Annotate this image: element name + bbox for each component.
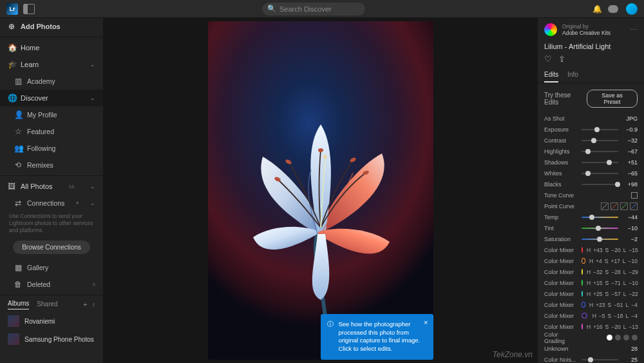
following-icon: 👥 — [14, 144, 22, 153]
svg-point-2 — [318, 148, 323, 152]
edit-row-shadows[interactable]: Shadows +51 — [538, 157, 644, 168]
slider-track[interactable] — [582, 239, 618, 240]
color-mixer-row[interactable]: Color Mixer H+43S−20L−15 — [538, 244, 644, 255]
slider-track[interactable] — [582, 129, 618, 130]
slider-knob[interactable] — [585, 171, 591, 176]
topbar-left: Lr — [6, 3, 35, 15]
bell-icon[interactable]: 🔔 — [592, 5, 600, 14]
color-mixer-row[interactable]: Color Mixer H+25S−57L−22 — [538, 288, 644, 299]
slider-knob[interactable] — [589, 215, 594, 220]
grading-dot[interactable] — [623, 335, 629, 340]
sidebar-item-academy[interactable]: ▥ Academy — [0, 73, 103, 90]
sidebar-item-learn[interactable]: 🎓 Learn ⌄ — [0, 56, 103, 73]
sidebar-item-discover[interactable]: 🌐 Discover ⌄ — [0, 90, 103, 106]
cloud-sync-icon[interactable] — [608, 5, 618, 13]
album-item[interactable]: Samsung Phone Photos — [0, 330, 103, 348]
color-mixer-row[interactable]: Color Mixer H+4S+17L−10 — [538, 255, 644, 266]
slider-knob[interactable] — [591, 138, 596, 143]
sidebar-item-my-profile[interactable]: 👤 My Profile — [0, 106, 103, 123]
tab-albums[interactable]: Albums — [8, 300, 29, 309]
slider-track[interactable] — [582, 162, 618, 163]
slider-knob[interactable] — [615, 182, 620, 187]
slider-track[interactable] — [582, 140, 618, 141]
mixer-values: H+4S+17L−10 — [589, 258, 638, 264]
view-toggle-button[interactable] — [23, 4, 35, 14]
edit-row-highlights[interactable]: Highlights −67 — [538, 146, 644, 157]
grading-dot[interactable] — [632, 335, 638, 340]
grading-dot[interactable] — [607, 335, 612, 340]
slider-knob[interactable] — [594, 127, 600, 132]
slider-knob[interactable] — [596, 226, 601, 231]
author-name[interactable]: Adobe Creative Kits — [562, 30, 611, 36]
color-mixer-row[interactable]: Color Mixer H+15S−71L−10 — [538, 277, 644, 288]
edit-row-color-noise[interactable]: Color Nois... 25 — [538, 354, 644, 363]
edit-row-temp[interactable]: Temp −44 — [538, 211, 644, 222]
slider-track[interactable] — [582, 359, 618, 360]
slider-track[interactable] — [582, 217, 618, 218]
edit-row-contrast[interactable]: Contrast −32 — [538, 135, 644, 146]
edit-row-as-shot[interactable]: As Shot JPG — [538, 113, 644, 124]
tab-edits[interactable]: Edits — [544, 69, 558, 83]
color-mixer-row[interactable]: Color Mixer H−5S−18L−4 — [538, 310, 644, 321]
color-dot — [582, 269, 583, 275]
more-icon[interactable]: ⋯ — [630, 26, 638, 34]
curve-red-icon[interactable] — [611, 202, 618, 210]
sidebar-item-gallery[interactable]: ▦ Gallery — [0, 259, 103, 276]
divider — [0, 37, 103, 37]
slider-knob[interactable] — [597, 237, 602, 242]
tab-shared[interactable]: Shared — [37, 300, 57, 309]
trash-icon: 🗑 — [14, 280, 22, 289]
slider-knob[interactable] — [585, 149, 591, 154]
add-photos-button[interactable]: ⊕ Add Photos — [0, 18, 103, 35]
author-avatar[interactable] — [544, 23, 557, 36]
tab-info[interactable]: Info — [567, 69, 578, 83]
slider-knob[interactable] — [588, 357, 593, 362]
heart-icon[interactable]: ♡ — [544, 54, 552, 64]
save-preset-button[interactable]: Save as Preset — [587, 90, 638, 108]
grading-dots — [607, 335, 638, 340]
connections-icon: ⇄ — [14, 199, 22, 208]
sidebar-item-featured[interactable]: ☆ Featured — [0, 123, 103, 140]
edit-row-point-curve[interactable]: Point Curve — [538, 201, 644, 211]
sidebar-item-deleted[interactable]: 🗑 Deleted 5 — [0, 276, 103, 293]
edit-row-color-grading[interactable]: Color Grading — [538, 332, 644, 343]
share-icon[interactable]: ⇪ — [558, 54, 565, 64]
sidebar-item-remixes[interactable]: ⟲ Remixes — [0, 157, 103, 173]
edit-row-saturation[interactable]: Saturation −2 — [538, 233, 644, 244]
edit-row-tint[interactable]: Tint −10 — [538, 222, 644, 233]
app-logo[interactable]: Lr — [6, 3, 18, 15]
color-mixer-row[interactable]: Color Mixer H+23S−51L−4 — [538, 299, 644, 310]
user-avatar[interactable] — [626, 3, 638, 15]
curve-green-icon[interactable] — [620, 202, 628, 210]
album-item[interactable]: Rovaniemi — [0, 312, 103, 330]
curve-blue-icon[interactable] — [630, 202, 638, 210]
sidebar-item-home[interactable]: 🏠 Home — [0, 39, 103, 56]
edit-row-whites[interactable]: Whites −65 — [538, 168, 644, 179]
search-input[interactable]: 🔍 Search Discover — [262, 3, 365, 15]
grading-dot[interactable] — [615, 335, 621, 340]
photo-viewer[interactable]: ⓘ See how the photographer processed thi… — [103, 18, 538, 363]
add-album-button[interactable]: + — [83, 301, 87, 308]
slider-label: Contrast — [544, 137, 578, 144]
edit-row-tone-curve[interactable]: Tone Curve — [538, 190, 644, 201]
slider-track[interactable] — [582, 228, 618, 229]
sidebar-item-following[interactable]: 👥 Following — [0, 140, 103, 157]
slider-track[interactable] — [582, 184, 618, 185]
edit-row-unknown[interactable]: Unknown 28 — [538, 343, 644, 354]
sidebar-item-all-photos[interactable]: 🖼 All Photos 18 ⌄ — [0, 178, 103, 195]
color-mixer-row[interactable]: Color Mixer H−32S−28L−29 — [538, 266, 644, 277]
mixer-values: H−32S−28L−29 — [587, 269, 638, 275]
edit-row-blacks[interactable]: Blacks +98 — [538, 179, 644, 190]
slider-track[interactable] — [582, 151, 618, 152]
plus-icon[interactable]: + — [76, 200, 79, 206]
sort-button[interactable]: ↕ — [92, 301, 95, 308]
browse-connections-button[interactable]: Browse Connections — [13, 240, 90, 254]
sidebar-item-connections[interactable]: ⇄ Connections + ⌄ — [0, 195, 103, 211]
mixer-label: Color Mixer — [544, 269, 578, 275]
close-icon[interactable]: × — [424, 318, 428, 328]
color-mixer-row[interactable]: Color Mixer H+16S−20L−13 — [538, 321, 644, 332]
slider-knob[interactable] — [607, 160, 612, 165]
edit-row-exposure[interactable]: Exposure −0.9 — [538, 124, 644, 135]
curve-rgb-icon[interactable] — [601, 202, 609, 210]
slider-track[interactable] — [582, 173, 618, 174]
